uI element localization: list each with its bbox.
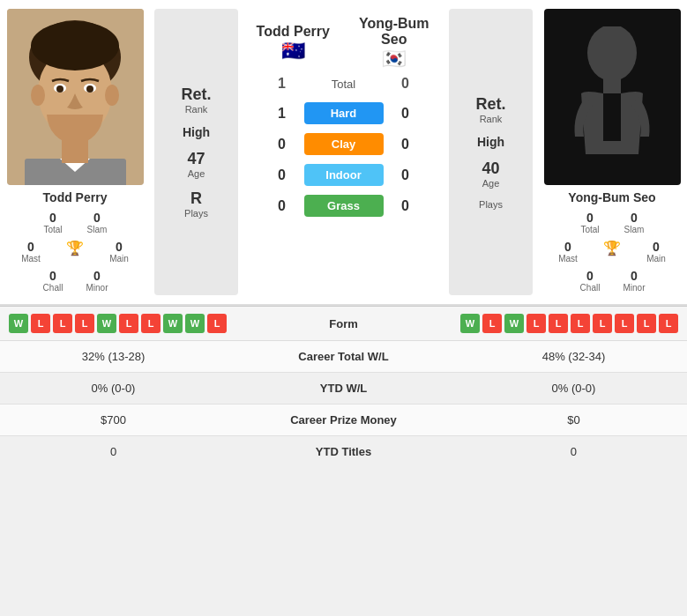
left-high: High [183,125,210,139]
left-age: 47 Age [187,150,205,179]
form-badge-l[interactable]: L [549,314,568,333]
titles-right: 0 [460,436,687,468]
form-badge-l[interactable]: L [141,314,161,333]
form-badge-l[interactable]: L [482,314,502,333]
form-badge-l[interactable]: L [207,314,227,333]
titles-row: 0 YTD Titles 0 [0,436,687,468]
total-score-row: 1 Total 0 [243,76,444,92]
svg-point-12 [587,26,637,81]
career-wl-row: 32% (13-28) Career Total W/L 48% (32-34) [0,341,687,373]
right-high: High [477,135,504,149]
player-right-total: 0 Total [572,211,608,234]
form-badge-l[interactable]: L [659,314,678,333]
player-right-slam: 0 Slam [616,211,652,234]
svg-point-9 [86,85,93,93]
left-flag: 🇦🇺 [281,40,305,62]
career-wl-left: 32% (13-28) [0,341,227,373]
player-right-stats-row2: 0 Mast 🏆 0 Main [550,240,674,263]
prize-left: $700 [0,404,227,436]
svg-rect-11 [62,137,88,163]
ytd-wl-row: 0% (0-0) YTD W/L 0% (0-0) [0,373,687,404]
form-badge-l[interactable]: L [526,314,546,333]
form-badge-w[interactable]: W [504,314,524,333]
stats-table: 32% (13-28) Career Total W/L 48% (32-34)… [0,341,687,467]
player-right-name: Yong-Bum Seo [568,190,655,204]
svg-point-3 [31,21,119,71]
form-row: WLLLWLLWWL Form WLWLLLLLLL [0,307,687,341]
right-form-badges: WLWLLLLLLL [379,314,679,333]
left-plays: R Plays [184,189,208,219]
titles-label: YTD Titles [227,436,460,468]
left-form-badges: WLLLWLLWWL [9,314,309,333]
player-right-chall: 0 Chall [572,269,608,293]
form-badge-l[interactable]: L [571,314,590,333]
player-left-photo [7,9,144,185]
player-left: Todd Perry 0 Total 0 Slam 0 Mast 🏆 0 Mai… [0,9,150,295]
player-left-minor: 0 Minor [79,269,115,293]
player-left-slam: 0 Slam [79,211,115,234]
form-badge-l[interactable]: L [75,314,94,333]
bottom-section: WLLLWLLWWL Form WLWLLLLLLL 32% (13-28) C… [0,306,687,467]
player-left-stats-row1: 0 Total 0 Slam [35,211,115,234]
svg-point-4 [31,85,45,106]
form-badge-w[interactable]: W [460,314,480,333]
player-left-main: 0 Main [101,240,137,263]
names-row: Todd Perry 🇦🇺 Yong-Bum Seo 🇰🇷 [243,16,444,71]
form-badge-l[interactable]: L [637,314,656,333]
ytd-wl-label: YTD W/L [227,373,460,404]
ytd-wl-right: 0% (0-0) [460,373,687,404]
right-center-name: Yong-Bum Seo 🇰🇷 [353,16,437,71]
prize-label: Career Prize Money [227,404,460,436]
career-wl-right: 48% (32-34) [460,341,687,373]
form-badge-w[interactable]: W [185,314,205,333]
form-badge-w[interactable]: W [9,314,28,333]
indoor-score-row: 0 Indoor 0 [243,164,444,186]
player-right-main: 0 Main [638,240,674,263]
grass-score-row: 0 Grass 0 [243,195,444,217]
svg-rect-13 [603,78,621,93]
player-left-name: Todd Perry [43,190,108,204]
player-mid-right: Ret. Rank High 40 Age Plays [449,9,533,295]
player-right-stats-row3: 0 Chall 0 Minor [572,269,652,293]
right-plays: Plays [479,199,503,210]
indoor-surface-btn[interactable]: Indoor [304,164,384,186]
ytd-wl-left: 0% (0-0) [0,373,227,404]
form-badge-l[interactable]: L [119,314,138,333]
career-wl-label: Career Total W/L [227,341,460,373]
svg-point-8 [56,85,63,93]
left-center-name: Todd Perry 🇦🇺 [251,24,335,63]
right-age: 40 Age [482,160,499,189]
center-scores: Todd Perry 🇦🇺 Yong-Bum Seo 🇰🇷 1 Total 0 … [243,9,444,295]
player-right-mast: 0 Mast [550,240,586,263]
form-badge-l[interactable]: L [53,314,72,333]
grass-surface-btn[interactable]: Grass [304,195,384,217]
prize-row: $700 Career Prize Money $0 [0,404,687,436]
player-right-minor: 0 Minor [616,269,652,293]
form-badge-l[interactable]: L [615,314,634,333]
player-left-mast: 0 Mast [13,240,49,263]
player-right-stats-row1: 0 Total 0 Slam [572,211,652,234]
svg-point-5 [105,85,119,106]
clay-score-row: 0 Clay 0 [243,133,444,155]
form-badge-l[interactable]: L [31,314,50,333]
form-badge-w[interactable]: W [97,314,116,333]
top-section: Todd Perry 0 Total 0 Slam 0 Mast 🏆 0 Mai… [0,0,687,306]
form-label: Form [309,317,379,330]
player-left-trophy: 🏆 [57,240,93,263]
right-flag: 🇰🇷 [382,48,406,70]
titles-left: 0 [0,436,227,468]
player-left-stats-row2: 0 Mast 🏆 0 Main [13,240,137,263]
form-badge-w[interactable]: W [163,314,183,333]
player-left-stats-row3: 0 Chall 0 Minor [35,269,115,293]
hard-surface-btn[interactable]: Hard [304,102,384,124]
player-left-chall: 0 Chall [35,269,71,293]
left-rank: Ret. Rank [181,85,211,115]
form-badge-l[interactable]: L [593,314,612,333]
player-mid-left: Ret. Rank High 47 Age R Plays [154,9,238,295]
hard-score-row: 1 Hard 0 [243,102,444,124]
prize-right: $0 [460,404,687,436]
clay-surface-btn[interactable]: Clay [304,133,384,155]
right-rank: Ret. Rank [475,95,505,124]
player-right-photo [544,9,681,185]
player-right: Yong-Bum Seo 0 Total 0 Slam 0 Mast 🏆 0 M… [537,9,687,295]
